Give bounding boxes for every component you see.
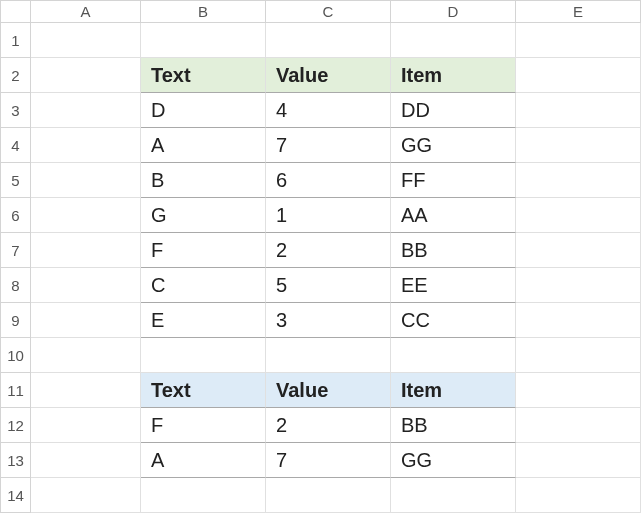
cell-C14[interactable] [266,478,391,513]
cell-A1[interactable] [31,23,141,58]
row-header-13[interactable]: 13 [1,443,31,478]
table1-header-text[interactable]: Text [141,58,266,93]
col-header-E[interactable]: E [516,1,641,23]
cell-D10[interactable] [391,338,516,373]
col-header-C[interactable]: C [266,1,391,23]
row-header-7[interactable]: 7 [1,233,31,268]
table2-cell[interactable]: 2 [266,408,391,443]
row-header-4[interactable]: 4 [1,128,31,163]
table1-cell[interactable]: F [141,233,266,268]
cell-E9[interactable] [516,303,641,338]
table2-cell[interactable]: GG [391,443,516,478]
cell-A10[interactable] [31,338,141,373]
table1-cell[interactable]: EE [391,268,516,303]
table1-cell[interactable]: 6 [266,163,391,198]
cell-A12[interactable] [31,408,141,443]
row-header-9[interactable]: 9 [1,303,31,338]
cell-E5[interactable] [516,163,641,198]
row-header-12[interactable]: 12 [1,408,31,443]
table1-cell[interactable]: D [141,93,266,128]
table1-header-value[interactable]: Value [266,58,391,93]
table1-cell[interactable]: C [141,268,266,303]
table2-cell[interactable]: 7 [266,443,391,478]
cell-D1[interactable] [391,23,516,58]
table2-header-item[interactable]: Item [391,373,516,408]
cell-B10[interactable] [141,338,266,373]
cell-E8[interactable] [516,268,641,303]
cell-E11[interactable] [516,373,641,408]
table1-cell[interactable]: B [141,163,266,198]
table1-cell[interactable]: 1 [266,198,391,233]
row-header-14[interactable]: 14 [1,478,31,513]
cell-A5[interactable] [31,163,141,198]
table1-cell[interactable]: A [141,128,266,163]
cell-A6[interactable] [31,198,141,233]
cell-E6[interactable] [516,198,641,233]
table2-cell[interactable]: F [141,408,266,443]
table1-cell[interactable]: 7 [266,128,391,163]
cell-C1[interactable] [266,23,391,58]
table2-cell[interactable]: A [141,443,266,478]
cell-E10[interactable] [516,338,641,373]
cell-A2[interactable] [31,58,141,93]
cell-C10[interactable] [266,338,391,373]
table1-cell[interactable]: DD [391,93,516,128]
table1-cell[interactable]: 3 [266,303,391,338]
corner-cell[interactable] [1,1,31,23]
table1-cell[interactable]: 5 [266,268,391,303]
cell-E13[interactable] [516,443,641,478]
cell-A3[interactable] [31,93,141,128]
table1-cell[interactable]: E [141,303,266,338]
table2-header-text[interactable]: Text [141,373,266,408]
cell-E14[interactable] [516,478,641,513]
table1-cell[interactable]: AA [391,198,516,233]
row-header-2[interactable]: 2 [1,58,31,93]
table1-cell[interactable]: FF [391,163,516,198]
table1-cell[interactable]: CC [391,303,516,338]
table1-cell[interactable]: G [141,198,266,233]
spreadsheet-grid[interactable]: A B C D E 1 2 Text Value Item 3 D 4 DD 4… [0,0,641,513]
cell-A4[interactable] [31,128,141,163]
cell-A14[interactable] [31,478,141,513]
table1-header-item[interactable]: Item [391,58,516,93]
cell-E7[interactable] [516,233,641,268]
col-header-A[interactable]: A [31,1,141,23]
cell-A9[interactable] [31,303,141,338]
cell-E4[interactable] [516,128,641,163]
table2-cell[interactable]: BB [391,408,516,443]
row-header-1[interactable]: 1 [1,23,31,58]
table1-cell[interactable]: BB [391,233,516,268]
row-header-5[interactable]: 5 [1,163,31,198]
cell-A13[interactable] [31,443,141,478]
cell-B1[interactable] [141,23,266,58]
row-header-11[interactable]: 11 [1,373,31,408]
cell-E1[interactable] [516,23,641,58]
row-header-3[interactable]: 3 [1,93,31,128]
cell-B14[interactable] [141,478,266,513]
row-header-8[interactable]: 8 [1,268,31,303]
row-header-6[interactable]: 6 [1,198,31,233]
cell-E2[interactable] [516,58,641,93]
cell-D14[interactable] [391,478,516,513]
col-header-D[interactable]: D [391,1,516,23]
cell-A8[interactable] [31,268,141,303]
col-header-B[interactable]: B [141,1,266,23]
table1-cell[interactable]: 4 [266,93,391,128]
cell-A11[interactable] [31,373,141,408]
table2-header-value[interactable]: Value [266,373,391,408]
cell-E3[interactable] [516,93,641,128]
row-header-10[interactable]: 10 [1,338,31,373]
cell-E12[interactable] [516,408,641,443]
cell-A7[interactable] [31,233,141,268]
table1-cell[interactable]: GG [391,128,516,163]
table1-cell[interactable]: 2 [266,233,391,268]
